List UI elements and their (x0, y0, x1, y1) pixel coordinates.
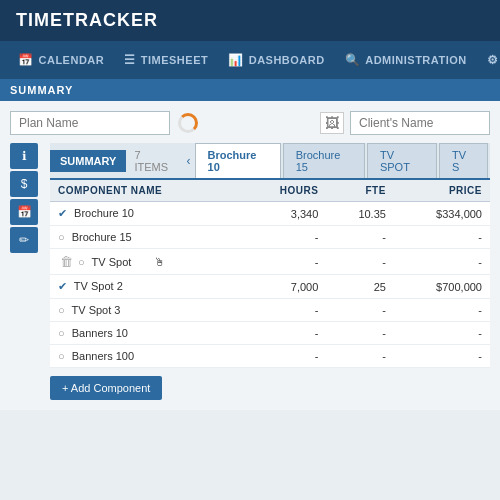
row-fte-2: - (326, 249, 394, 275)
table-row: ○ Banners 100 - - - (50, 345, 490, 368)
component-name-cell: 🗑 ○ TV Spot 🖱 (50, 249, 242, 275)
dollar-icon-button[interactable]: $ (10, 171, 38, 197)
row-name-4: TV Spot 3 (72, 304, 121, 316)
row-price-5: - (394, 322, 490, 345)
col-component: COMPONENT NAME (50, 180, 242, 202)
table-row: ○ Banners 10 - - - (50, 322, 490, 345)
resources-nav-icon: ⚙ (487, 53, 499, 67)
nav-item-timesheet[interactable]: ☰ TIMESHEET (114, 41, 218, 79)
row-check-icon-3[interactable]: ✔ (58, 280, 67, 292)
edit-icon-button[interactable]: ✏ (10, 227, 38, 253)
plan-name-input[interactable] (10, 111, 170, 135)
nav-item-administration[interactable]: 🔍 ADMINISTRATION (335, 41, 477, 79)
nav-item-dashboard[interactable]: 📊 DASHBOARD (218, 41, 335, 79)
col-fte: FTE (326, 180, 394, 202)
row-fte-0: 10.35 (326, 202, 394, 226)
row-price-4: - (394, 299, 490, 322)
form-section: ℹ $ 📅 ✏ SUMMARY 7 ITEMS ‹ Brochure 10 Br… (10, 143, 490, 400)
row-name-0: Brochure 10 (74, 207, 134, 219)
table-row: ✔ TV Spot 2 7,000 25 $700,000 (50, 275, 490, 299)
tab-tvs[interactable]: TV S (439, 143, 488, 178)
admin-nav-icon: 🔍 (345, 53, 361, 67)
col-hours: HOURS (242, 180, 327, 202)
delete-row-button[interactable]: 🗑 (58, 254, 75, 269)
row-hours-5: - (242, 322, 327, 345)
nav-label-dashboard: DASHBOARD (249, 54, 325, 66)
tab-tvspot[interactable]: TV SPOT (367, 143, 437, 178)
tab-brochure10[interactable]: Brochure 10 (195, 143, 281, 178)
cursor-placeholder: 🖱 (154, 256, 165, 268)
row-fte-5: - (326, 322, 394, 345)
side-icons-panel: ℹ $ 📅 ✏ (10, 143, 42, 400)
row-name-3: TV Spot 2 (74, 280, 123, 292)
nav-label-administration: ADMINISTRATION (365, 54, 467, 66)
component-name-cell: ✔ Brochure 10 (50, 202, 242, 226)
component-name-cell: ○ Brochure 15 (50, 226, 242, 249)
row-hours-3: 7,000 (242, 275, 327, 299)
main-content: 🖼 ℹ $ 📅 ✏ SUMMARY 7 ITEMS ‹ Brochure 10 … (0, 101, 500, 410)
table-row: ○ TV Spot 3 - - - (50, 299, 490, 322)
row-price-0: $334,000 (394, 202, 490, 226)
row-check-icon-6[interactable]: ○ (58, 350, 65, 362)
row-fte-6: - (326, 345, 394, 368)
row-name-1: Brochure 15 (72, 231, 132, 243)
image-icon: 🖼 (320, 112, 344, 134)
row-price-3: $700,000 (394, 275, 490, 299)
summary-header: SUMMARY (0, 79, 500, 101)
row-check-icon-2[interactable]: ○ (78, 256, 85, 268)
calendar-icon-button[interactable]: 📅 (10, 199, 38, 225)
component-name-cell: ✔ TV Spot 2 (50, 275, 242, 299)
row-price-6: - (394, 345, 490, 368)
row-hours-1: - (242, 226, 327, 249)
component-name-cell: ○ TV Spot 3 (50, 299, 242, 322)
row-check-icon-1[interactable]: ○ (58, 231, 65, 243)
row-price-2: - (394, 249, 490, 275)
table-row: ✔ Brochure 10 3,340 10.35 $334,000 (50, 202, 490, 226)
nav-bar: 📅 CALENDAR ☰ TIMESHEET 📊 DASHBOARD 🔍 ADM… (0, 41, 500, 79)
component-name-cell: ○ Banners 100 (50, 345, 242, 368)
row-fte-4: - (326, 299, 394, 322)
row-fte-1: - (326, 226, 394, 249)
tab-items-count: 7 ITEMS (126, 144, 182, 178)
row-hours-4: - (242, 299, 327, 322)
row-fte-3: 25 (326, 275, 394, 299)
row-check-icon-5[interactable]: ○ (58, 327, 65, 339)
tabs-row: SUMMARY 7 ITEMS ‹ Brochure 10 Brochure 1… (50, 143, 490, 180)
row-check-icon-4[interactable]: ○ (58, 304, 65, 316)
row-name-6: Banners 100 (72, 350, 134, 362)
plan-client-row: 🖼 (10, 111, 490, 135)
add-component-button[interactable]: + Add Component (50, 376, 162, 400)
row-hours-6: - (242, 345, 327, 368)
spinner-icon (178, 113, 198, 133)
timesheet-nav-icon: ☰ (124, 53, 136, 67)
row-check-icon-0[interactable]: ✔ (58, 207, 67, 219)
nav-label-calendar: CALENDAR (39, 54, 105, 66)
tab-brochure15[interactable]: Brochure 15 (283, 143, 365, 178)
calendar-nav-icon: 📅 (18, 53, 34, 67)
nav-item-calendar[interactable]: 📅 CALENDAR (8, 41, 114, 79)
row-hours-0: 3,340 (242, 202, 327, 226)
summary-tabs-section: SUMMARY 7 ITEMS ‹ Brochure 10 Brochure 1… (50, 143, 490, 400)
nav-item-resources[interactable]: ⚙ RESO (477, 41, 500, 79)
row-hours-2: - (242, 249, 327, 275)
components-table: COMPONENT NAME HOURS FTE PRICE ✔ Brochur… (50, 180, 490, 368)
tab-prev-button[interactable]: ‹ (183, 149, 195, 173)
row-name-2: TV Spot (92, 256, 132, 268)
nav-label-timesheet: TIMESHEET (141, 54, 208, 66)
row-name-5: Banners 10 (72, 327, 128, 339)
col-price: PRICE (394, 180, 490, 202)
dashboard-nav-icon: 📊 (228, 53, 244, 67)
component-name-cell: ○ Banners 10 (50, 322, 242, 345)
table-row: ○ Brochure 15 - - - (50, 226, 490, 249)
tab-summary[interactable]: SUMMARY (50, 150, 126, 172)
table-row: 🗑 ○ TV Spot 🖱 - - - (50, 249, 490, 275)
row-price-1: - (394, 226, 490, 249)
client-name-input[interactable] (350, 111, 490, 135)
app-title: TIMETRACKER (0, 0, 500, 41)
info-icon-button[interactable]: ℹ (10, 143, 38, 169)
